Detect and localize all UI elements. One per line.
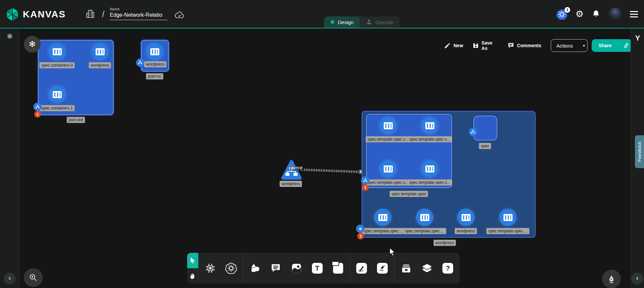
zoom-button[interactable]: [24, 268, 43, 287]
comments-label: Comments: [517, 43, 541, 48]
service-label: wordpress: [279, 181, 302, 187]
ink-pen-button[interactable]: [602, 270, 621, 288]
pod-type-badge[interactable]: [34, 103, 42, 111]
node-label: wordpress: [454, 228, 477, 234]
node-deployment-container-3[interactable]: [499, 209, 517, 226]
text-tool-button[interactable]: T: [307, 253, 328, 284]
node-wordpress-container[interactable]: [91, 43, 109, 60]
container-icon: [425, 165, 434, 172]
layers-icon: [421, 263, 433, 274]
node-deployment-container-2[interactable]: [457, 209, 475, 226]
text-tool-tile: T: [312, 263, 323, 274]
operate-person-icon: [366, 18, 372, 26]
comments-button[interactable]: Comments: [507, 42, 541, 49]
pencil-squiggle-icon: [378, 264, 386, 272]
container-icon: [96, 48, 105, 55]
container-icon: [53, 48, 62, 55]
note-tool-button[interactable]: [328, 253, 348, 284]
pod-type-badge[interactable]: [469, 128, 477, 136]
group-spec[interactable]: [473, 116, 497, 141]
user-avatar[interactable]: [608, 8, 622, 21]
hamburger-menu-icon[interactable]: [630, 11, 638, 17]
kubernetes-tool-button[interactable]: [221, 253, 241, 284]
node-template-container-2[interactable]: [379, 160, 397, 177]
comment-tool-button[interactable]: [265, 253, 286, 284]
copy-link-icon[interactable]: [618, 42, 631, 49]
node-label: spec.template.spec....: [486, 228, 530, 234]
actions-dropdown[interactable]: Actions ▼: [551, 39, 588, 52]
node-deployment-container-1[interactable]: [416, 209, 433, 226]
freeze-layout-button[interactable]: ✻: [24, 36, 41, 53]
kanvas-logo[interactable]: KANVAS: [5, 7, 66, 22]
node-template-container-0[interactable]: [379, 117, 397, 134]
node-spec-containers-1[interactable]: [48, 86, 66, 103]
count-badge[interactable]: 3: [357, 233, 364, 239]
canvas-toolbar: T: [187, 253, 460, 284]
container-icon: [150, 48, 159, 55]
count-badge[interactable]: 3: [362, 184, 369, 191]
deployment-type-badge[interactable]: ❋: [356, 225, 365, 233]
design-spiral-icon: ❋: [330, 19, 335, 25]
expand-left-panel-button[interactable]: ›: [4, 273, 16, 285]
group-label-wordpress-deployment: wordpress: [433, 240, 456, 246]
design-name-input[interactable]: [110, 12, 167, 20]
feedback-tab[interactable]: Feedback: [635, 135, 644, 168]
container-icon: [384, 122, 393, 129]
share-button[interactable]: Share: [592, 39, 631, 52]
image-tool-button[interactable]: [286, 253, 307, 284]
save-as-button[interactable]: Save As: [473, 40, 498, 51]
node-label: spec.containers.1: [39, 105, 75, 112]
shapes-tool-button[interactable]: [245, 253, 265, 284]
node-deployment-container-0[interactable]: [374, 209, 391, 226]
node-label: spec.template.spec.s...: [407, 136, 452, 143]
layers-tool-button[interactable]: [417, 253, 437, 284]
count-badge[interactable]: 2: [34, 111, 41, 118]
mouse-cursor: [389, 247, 397, 258]
spiral-icon: ❋: [359, 227, 362, 231]
select-tool-button[interactable]: [187, 253, 198, 268]
group-label-spec: spec: [479, 143, 491, 149]
edge-port-label: 80/TCP: [290, 166, 304, 170]
node-label: spec.containers.0: [39, 62, 75, 69]
components-tool-button[interactable]: [200, 253, 221, 284]
help-tool-button[interactable]: ?: [437, 253, 458, 284]
container-icon: [503, 214, 513, 221]
sidebar-spiral-icon[interactable]: ❋: [0, 32, 19, 41]
kubernetes-context-button[interactable]: 1: [556, 9, 568, 20]
node-label: wordpress: [89, 62, 111, 69]
notifications-bell-icon[interactable]: [592, 9, 600, 19]
group-label-pod-skd: pod-skd: [67, 117, 85, 123]
new-button[interactable]: New: [444, 42, 463, 49]
logo-text: KANVAS: [23, 9, 66, 20]
kanvas-logo-icon: [5, 7, 19, 22]
container-icon: [378, 214, 387, 221]
node-wordpress-container[interactable]: [146, 43, 163, 60]
pen-nib-icon: [607, 274, 616, 284]
name-field-label: Name: [110, 7, 167, 11]
y-panel-icon[interactable]: Y: [631, 34, 644, 43]
organization-icon[interactable]: [85, 8, 95, 20]
tab-design[interactable]: ❋ Design: [324, 16, 360, 28]
node-label: spec.template.spec.s...: [407, 179, 452, 186]
node-spec-containers-0[interactable]: [48, 43, 66, 60]
pod-type-badge[interactable]: [136, 59, 145, 67]
archive-tool-button[interactable]: [396, 253, 417, 284]
design-canvas[interactable]: New Save As Comments Actions ▼ Share: [20, 29, 631, 288]
pan-tool-button[interactable]: [187, 268, 198, 284]
group-label-spec-template-spec: spec.template.spec: [389, 191, 428, 197]
caret-down-icon[interactable]: ▼: [578, 44, 588, 48]
service-deployment-edge[interactable]: [301, 168, 361, 173]
group-spec-template-spec[interactable]: [366, 114, 452, 188]
expand-right-panel-button[interactable]: ‹: [631, 273, 643, 285]
pen-tool-button[interactable]: [351, 253, 372, 284]
settings-gear-icon[interactable]: ⚙: [576, 10, 584, 19]
node-wordpress-service[interactable]: [281, 159, 302, 181]
hand-icon: [189, 272, 197, 280]
group-label-pod-rcc: pod-rcc: [146, 73, 163, 80]
pod-type-badge[interactable]: [361, 176, 370, 185]
chevron-right-icon: ›: [8, 274, 11, 283]
node-template-container-1[interactable]: [421, 117, 438, 134]
chevron-left-icon: ‹: [636, 274, 638, 283]
tab-operate[interactable]: Operate: [360, 16, 399, 28]
node-template-container-3[interactable]: [421, 160, 438, 177]
